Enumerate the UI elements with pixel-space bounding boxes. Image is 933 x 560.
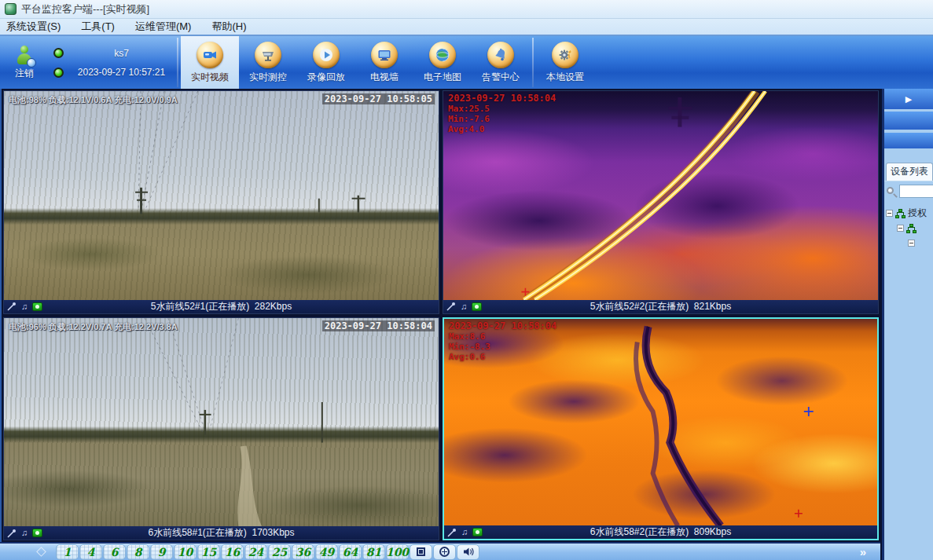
tab-live-video[interactable]: 实时视频	[181, 36, 239, 89]
sidebar-panel-strip[interactable]	[884, 133, 933, 148]
layout-button-9[interactable]: 9	[150, 544, 173, 560]
tab-live-control[interactable]: 实时测控	[239, 36, 297, 89]
tab-local-settings[interactable]: 本地设置	[536, 36, 594, 89]
fullscreen-button[interactable]	[410, 544, 432, 560]
app-icon	[5, 3, 17, 15]
add-view-button[interactable]	[433, 544, 456, 560]
video-cell-3[interactable]: 电池:96% 负载:12.2V/0.7A 充电:12.2V/3.8A 2023-…	[3, 317, 439, 541]
menu-operations[interactable]: 运维管理(M)	[135, 20, 192, 34]
window-title: 平台监控客户端---[实时视频]	[21, 2, 149, 16]
channel-label: 5水前线52#1(正在播放) 282Kbps	[4, 300, 439, 313]
collapse-minus-icon[interactable]	[886, 210, 893, 217]
device-sidebar: ▶ 设备列表 授权	[882, 89, 933, 560]
toolbar: 注销 ks7 2023-09-27 10:57:21 实时视频 实时测控	[0, 36, 933, 89]
video-camera-icon	[197, 42, 223, 68]
layout-button-6[interactable]: 6	[103, 544, 126, 560]
sidebar-collapse-button[interactable]: ▶	[884, 89, 933, 109]
status-dot-icon	[53, 48, 64, 58]
sidebar-panel-strip[interactable]	[884, 112, 933, 130]
tree-node[interactable]	[886, 221, 933, 236]
bitrate: 809Kbps	[694, 526, 731, 537]
bitrate: 821Kbps	[694, 301, 731, 312]
tab-label: 本地设置	[546, 71, 584, 84]
menu-help[interactable]: 帮助(H)	[211, 20, 246, 34]
tab-alarm-center[interactable]: 告警中心	[472, 36, 530, 89]
tab-playback[interactable]: 录像回放	[297, 36, 355, 89]
osd-timestamp: 2023-09-27 10:58:04	[448, 93, 556, 104]
temp-avg: Avg:4.0	[448, 124, 556, 134]
osd-battery-status: 电池:98% 负载:12.1V/0.6A 充电:12.0V/0.9A	[9, 94, 178, 106]
temp-avg: Avg:0.6	[449, 352, 556, 362]
tv-wall-icon	[371, 42, 398, 68]
menu-bar: 系统设置(S) 工具(T) 运维管理(M) 帮助(H)	[0, 19, 933, 36]
tab-label: 实时测控	[249, 71, 287, 84]
more-layouts-button[interactable]: »	[860, 545, 866, 558]
tab-label: 电视墙	[370, 71, 399, 84]
layout-button-10[interactable]: 10	[174, 544, 197, 560]
logout-label: 注销	[15, 67, 34, 80]
layout-button-24[interactable]: 24	[244, 544, 267, 560]
device-tree: 授权	[884, 201, 933, 251]
layout-button-4[interactable]: 4	[79, 544, 102, 560]
osd-thermal-readout: 2023-09-27 10:58:04 Max:25.5 Min:-7.6 Av…	[448, 93, 556, 134]
tree-node[interactable]	[886, 236, 933, 251]
temp-max: Max:8.6	[449, 331, 556, 342]
toolbar-separator	[532, 38, 534, 87]
osd-timestamp: 2023-09-27 10:58:04	[322, 320, 435, 331]
tab-label: 告警中心	[482, 71, 520, 84]
collapse-minus-icon[interactable]	[897, 225, 904, 232]
layout-button-8[interactable]: 8	[127, 544, 149, 560]
device-search-input[interactable]	[899, 185, 933, 198]
tab-device-list[interactable]: 设备列表	[886, 163, 933, 181]
video-cell-2[interactable]: 2023-09-27 10:58:04 Max:25.5 Min:-7.6 Av…	[443, 90, 879, 314]
playback-icon	[313, 42, 340, 68]
title-bar: 平台监控客户端---[实时视频]	[0, 0, 933, 19]
layout-button-1[interactable]: 1	[56, 544, 79, 560]
layout-button-15[interactable]: 15	[197, 544, 220, 560]
toolbar-separator	[177, 38, 178, 87]
bitrate: 1703Kbps	[252, 527, 295, 538]
measure-control-icon	[255, 42, 281, 68]
org-tree-icon	[906, 224, 916, 233]
layout-button-16[interactable]: 16	[221, 544, 244, 560]
channel-label: 6水前线58#1(正在播放) 1703Kbps	[4, 526, 439, 540]
tree-node-authorized[interactable]: 授权	[886, 206, 933, 221]
video-cell-1[interactable]: 电池:98% 负载:12.1V/0.6A 充电:12.0V/0.9A 2023-…	[3, 90, 439, 314]
video-canvas-visible: 电池:98% 负载:12.1V/0.6A 充电:12.0V/0.9A 2023-…	[4, 91, 439, 300]
layout-button-25[interactable]: 25	[268, 544, 291, 560]
layout-button-36[interactable]: 36	[292, 544, 314, 560]
tree-node-label: 授权	[908, 207, 927, 220]
settings-gear-icon	[552, 42, 579, 68]
layout-bar: 1 4 6 8 9 10 15 16 24 25 36 49 64 81 100…	[0, 542, 880, 560]
menu-system-settings[interactable]: 系统设置(S)	[6, 20, 61, 34]
temp-min: Min:-8.3	[449, 342, 556, 352]
video-footer: ♫ 5水前线52#2(正在播放) 821Kbps	[443, 300, 878, 313]
osd-battery-status: 电池:96% 负载:12.2V/0.7A 充电:12.2V/3.8A	[9, 321, 178, 333]
channel-label: 5水前线52#2(正在播放) 821Kbps	[443, 300, 878, 313]
collapse-minus-icon[interactable]	[908, 240, 915, 247]
layout-button-64[interactable]: 64	[339, 544, 362, 560]
osd-timestamp: 2023-09-27 10:58:04	[449, 321, 556, 331]
layout-button-100[interactable]: 100	[386, 544, 409, 560]
tab-tv-wall[interactable]: 电视墙	[355, 36, 413, 89]
diamond-deco-icon	[36, 547, 46, 557]
tab-label: 实时视频	[191, 71, 229, 84]
speaker-icon	[463, 547, 474, 557]
layout-button-81[interactable]: 81	[362, 544, 385, 560]
layout-button-49[interactable]: 49	[315, 544, 338, 560]
menu-tools[interactable]: 工具(T)	[81, 20, 115, 34]
fullscreen-icon	[417, 547, 425, 556]
search-icon[interactable]	[886, 186, 897, 197]
channel-label: 6水前线58#2(正在播放) 809Kbps	[444, 525, 877, 539]
temp-max: Max:25.5	[448, 104, 556, 114]
logout-button[interactable]: 注销	[0, 36, 49, 89]
video-grid: 电池:98% 负载:12.1V/0.6A 充电:12.0V/0.9A 2023-…	[0, 89, 880, 542]
video-cell-4[interactable]: 2023-09-27 10:58:04 Max:8.6 Min:-8.3 Avg…	[443, 317, 879, 541]
tab-e-map[interactable]: 电子地图	[413, 36, 472, 89]
user-info: ks7 2023-09-27 10:57:21	[68, 36, 174, 89]
audio-toggle-button[interactable]	[457, 544, 479, 560]
map-globe-icon	[429, 42, 456, 68]
chevron-right-icon: ▶	[905, 94, 912, 104]
username: ks7	[114, 48, 129, 59]
temp-min: Min:-7.6	[448, 114, 556, 124]
